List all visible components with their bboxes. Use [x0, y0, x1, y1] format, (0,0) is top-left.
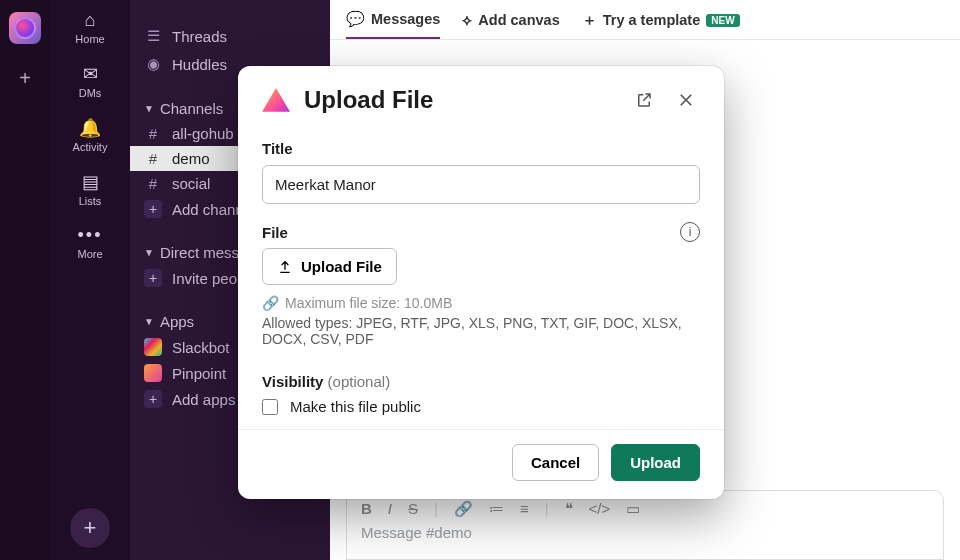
nav-more[interactable]: ••• More [50, 217, 130, 270]
cancel-button[interactable]: Cancel [512, 444, 599, 481]
hash-icon: # [144, 125, 162, 142]
plus-icon: + [144, 390, 162, 408]
format-toolbar: B I S | 🔗 ≔ ≡ | ❝ </> ▭ [361, 500, 929, 518]
lists-icon: ▤ [50, 171, 130, 193]
sidebar-item-label: Huddles [172, 56, 227, 73]
nav-activity[interactable]: 🔔 Activity [50, 109, 130, 163]
channel-name: demo [172, 150, 210, 167]
channel-tabs: 💬 Messages ⟡ Add canvas ＋ Try a template… [330, 0, 960, 40]
bullet-list-icon[interactable]: ≡ [520, 500, 529, 518]
nav-label: Home [75, 33, 104, 45]
close-button[interactable] [672, 86, 700, 114]
nav-home[interactable]: ⌂ Home [50, 2, 130, 55]
allowed-types: Allowed types: JPEG, RTF, JPG, XLS, PNG,… [262, 315, 700, 347]
caret-down-icon: ▼ [144, 103, 154, 114]
upload-submit-button[interactable]: Upload [611, 444, 700, 481]
new-badge: NEW [706, 14, 739, 27]
nav-column: ⌂ Home ✉ DMs 🔔 Activity ▤ Lists ••• More… [50, 0, 130, 560]
section-label: Apps [160, 313, 194, 330]
tab-add-canvas[interactable]: ⟡ Add canvas [462, 11, 559, 38]
channel-name: all-gohub [172, 125, 234, 142]
tab-label: Try a template [603, 12, 701, 28]
plus-icon: + [144, 200, 162, 218]
upload-file-button[interactable]: Upload File [262, 248, 397, 285]
code-icon[interactable]: </> [589, 500, 611, 518]
caret-down-icon: ▼ [144, 247, 154, 258]
public-checkbox[interactable] [262, 399, 278, 415]
upload-icon [277, 259, 293, 275]
hint-text: Maximum file size: 10.0MB [285, 295, 452, 311]
info-icon: i [689, 225, 692, 239]
bell-icon: 🔔 [50, 117, 130, 139]
workspace-rail: + [0, 0, 50, 560]
sidebar-item-threads[interactable]: ☰ Threads [130, 22, 330, 50]
channel-name: social [172, 175, 210, 192]
hash-icon: # [144, 150, 162, 167]
title-input[interactable] [262, 165, 700, 204]
plus-icon: + [19, 67, 31, 90]
close-icon [677, 91, 695, 109]
label-text: Visibility [262, 373, 323, 390]
divider-icon: | [545, 500, 549, 518]
italic-icon[interactable]: I [388, 500, 392, 518]
blockquote-icon[interactable]: ❝ [565, 500, 573, 518]
composer-placeholder[interactable]: Message #demo [361, 524, 929, 541]
optional-text: (optional) [328, 373, 391, 390]
pinpoint-icon [144, 364, 162, 382]
max-size-hint: 🔗 Maximum file size: 10.0MB [262, 295, 700, 311]
plus-icon: + [144, 269, 162, 287]
title-label: Title [262, 140, 700, 157]
tab-try-template[interactable]: ＋ Try a template NEW [582, 11, 740, 39]
compose-fab[interactable]: + [70, 508, 110, 548]
nav-label: More [77, 248, 102, 260]
button-label: Upload File [301, 258, 382, 275]
nav-dms[interactable]: ✉ DMs [50, 55, 130, 109]
workspace-logo-icon [14, 17, 36, 39]
plus-icon: + [84, 515, 97, 541]
threads-icon: ☰ [144, 27, 162, 45]
sidebar-item-label: Add apps [172, 391, 235, 408]
visibility-label: Visibility (optional) [262, 373, 700, 390]
caret-down-icon: ▼ [144, 316, 154, 327]
codeblock-icon[interactable]: ▭ [626, 500, 640, 518]
paperclip-icon: 🔗 [262, 295, 279, 311]
tab-label: Add canvas [478, 12, 559, 28]
strike-icon[interactable]: S [408, 500, 418, 518]
pinpoint-logo-icon [262, 88, 290, 116]
nav-label: Lists [79, 195, 102, 207]
bold-icon[interactable]: B [361, 500, 372, 518]
ellipsis-icon: ••• [50, 225, 130, 246]
workspace-tile[interactable] [9, 12, 41, 44]
sidebar-item-label: Threads [172, 28, 227, 45]
plus-icon: ＋ [582, 11, 597, 30]
nav-label: DMs [79, 87, 102, 99]
chat-bubble-icon: 💬 [346, 10, 365, 28]
canvas-icon: ⟡ [462, 11, 472, 29]
nav-lists[interactable]: ▤ Lists [50, 163, 130, 217]
modal-title: Upload File [304, 86, 616, 114]
ordered-list-icon[interactable]: ≔ [489, 500, 504, 518]
hash-icon: # [144, 175, 162, 192]
section-label: Channels [160, 100, 223, 117]
add-workspace-button[interactable]: + [9, 62, 41, 94]
home-icon: ⌂ [50, 10, 130, 31]
app-name: Pinpoint [172, 365, 226, 382]
message-composer[interactable]: B I S | 🔗 ≔ ≡ | ❝ </> ▭ Message #demo [346, 490, 944, 560]
app-name: Slackbot [172, 339, 230, 356]
link-icon[interactable]: 🔗 [454, 500, 473, 518]
checkbox-label: Make this file public [290, 398, 421, 415]
nav-label: Activity [73, 141, 108, 153]
slackbot-icon [144, 338, 162, 356]
upload-file-modal: Upload File Title File i Upload File 🔗 M… [238, 66, 724, 499]
info-button[interactable]: i [680, 222, 700, 242]
tab-messages[interactable]: 💬 Messages [346, 10, 440, 39]
tab-label: Messages [371, 11, 440, 27]
headphones-icon: ◉ [144, 55, 162, 73]
divider-icon: | [434, 500, 438, 518]
file-label: File [262, 224, 288, 241]
external-link-icon [635, 91, 653, 109]
popout-button[interactable] [630, 86, 658, 114]
chat-icon: ✉ [50, 63, 130, 85]
